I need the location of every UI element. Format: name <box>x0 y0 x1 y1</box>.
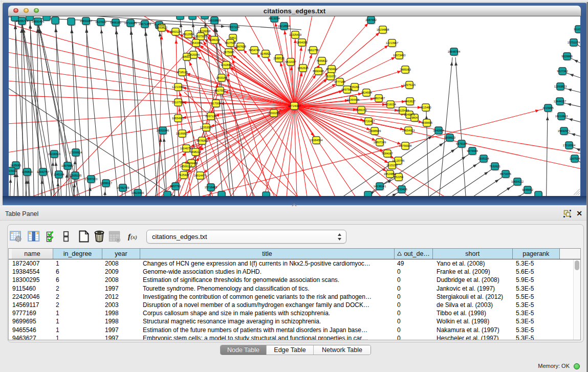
graph-node-label: 29053346 <box>157 129 169 132</box>
column-header-indegree[interactable]: in_degree <box>53 249 102 259</box>
column-header-year[interactable]: year <box>102 249 140 259</box>
graph-node-label: 7955812 <box>316 59 327 62</box>
graph-node-label: 8960124 <box>170 30 181 33</box>
graph-node-label: 16914479 <box>194 174 206 177</box>
graph-edge <box>563 103 580 107</box>
cell-short: Dudbridge et al. (2008) <box>437 276 512 283</box>
network-table-select-value: citations_edges.txt <box>152 233 207 240</box>
graph-node-label: 8471676 <box>500 172 511 176</box>
graph-node-label: 10107554 <box>172 101 184 104</box>
column-header-title[interactable]: title <box>140 249 395 259</box>
graph-node-label: 1527602 <box>95 20 106 24</box>
column-header-name[interactable]: name <box>12 249 53 259</box>
graph-node[interactable] <box>52 17 59 24</box>
graph-node-label: 18300295 <box>268 112 280 115</box>
network-view-window[interactable]: citations_edges.txt 14055724206914061065… <box>3 3 586 205</box>
column-header-pagerank[interactable]: pagerank <box>513 249 560 259</box>
graph-node[interactable] <box>263 192 270 196</box>
window-titlebar[interactable]: citations_edges.txt <box>8 6 581 16</box>
graph-node-label: 1435061 <box>10 164 21 167</box>
graph-node-label: 16782759 <box>117 186 129 189</box>
tab-node-table[interactable]: Node Table <box>221 345 266 355</box>
graph-node[interactable] <box>201 16 208 19</box>
cell-outde: 0 <box>397 268 432 275</box>
cell-indegree: 2 <box>56 285 101 292</box>
cell-year: 1998 <box>105 318 139 325</box>
graph-node-label: 7485063 <box>400 68 410 71</box>
network-canvas[interactable]: 1405572420691406106532671527602646616010… <box>9 16 580 196</box>
toggle-rows-icon[interactable] <box>60 230 72 243</box>
table-header[interactable]: namein_degreeyeartitleout_de…shortpagera… <box>9 249 580 259</box>
table-row[interactable]: 1938455462009Genome-wide association stu… <box>9 268 580 276</box>
graph-node-label: 8454749 <box>249 49 259 52</box>
graph-node-label: 1156819 <box>21 170 32 173</box>
graph-edge <box>294 106 580 169</box>
graph-node-label: 9474444 <box>467 149 477 152</box>
tab-network-table[interactable]: Network Table <box>313 345 371 355</box>
function-builder-icon[interactable]: f(x) <box>126 230 139 243</box>
graph-node[interactable] <box>68 18 75 25</box>
cell-indegree: 1 <box>56 335 101 340</box>
node-table[interactable]: namein_degreeyeartitleout_de…shortpagera… <box>8 248 581 340</box>
float-panel-icon[interactable] <box>563 210 571 217</box>
table-row[interactable]: 2242004622012Investigating the contribut… <box>9 293 580 301</box>
graph-node[interactable] <box>164 191 171 196</box>
cell-indegree: 1 <box>56 310 101 317</box>
tab-edge-table[interactable]: Edge Table <box>266 345 313 355</box>
graph-node[interactable] <box>177 16 184 19</box>
table-vertical-scrollbar[interactable] <box>573 259 581 340</box>
table-row[interactable]: 946362711997Embryonic stem cells: a mode… <box>9 334 580 340</box>
table-row[interactable]: 1830029562008Estimation of significance … <box>9 276 580 284</box>
graph-node-label: 9227342 <box>557 70 568 73</box>
graph-node-label: 16154808 <box>377 28 389 31</box>
cell-name: 9465546 <box>12 326 52 334</box>
graph-node-label: 5958923 <box>444 136 455 139</box>
select-all-rows-icon[interactable] <box>46 230 58 243</box>
cell-title: Investigating the contribution of common… <box>143 293 394 300</box>
cell-title: Embryonic stem cells: a model to study s… <box>143 335 394 340</box>
close-panel-icon[interactable]: ✕ <box>575 209 583 217</box>
graph-node-label: 17957223 <box>85 178 97 181</box>
graph-node-label: 10719185 <box>124 21 137 25</box>
graph-node[interactable] <box>218 191 225 196</box>
new-column-icon[interactable] <box>78 230 90 243</box>
cell-pagerank: 5.5E-5 <box>516 293 559 300</box>
graph-edge <box>461 177 503 196</box>
cell-outde: 0 <box>397 335 432 340</box>
cell-year: 2012 <box>105 293 139 300</box>
graph-node[interactable] <box>364 191 372 196</box>
column-header-outde[interactable]: out_de… <box>395 249 433 259</box>
graph-node-label: 12444157 <box>554 100 566 103</box>
graph-node-label: 14055724 <box>16 19 28 23</box>
graph-edge <box>86 25 92 196</box>
graph-node-label: 1167534 <box>569 157 580 160</box>
cell-year: 2009 <box>105 268 139 275</box>
network-table-select[interactable]: citations_edges.txt <box>146 230 346 244</box>
table-row[interactable]: 911546021997Tourette syndrome. Phenomeno… <box>9 285 580 293</box>
graph-node-label: 6793402 <box>326 68 337 71</box>
graph-node-label: 6679197 <box>456 142 467 145</box>
graph-node-label: 9699695 <box>421 121 432 124</box>
graph-node-label: 16033809 <box>208 19 221 22</box>
select-columns-icon[interactable] <box>28 230 40 243</box>
graph-node-label: 19166827 <box>176 132 188 135</box>
memory-status-indicator[interactable] <box>574 363 580 369</box>
cell-short: Franke et al. (2009) <box>437 268 512 275</box>
table-row[interactable]: 946554611997Estimation of the future num… <box>9 326 580 334</box>
table-row[interactable]: 969969511998Structural magnetic resonanc… <box>9 317 580 325</box>
column-header-short[interactable]: short <box>433 249 513 259</box>
cell-short: Tibbo et al. (1998) <box>437 310 512 317</box>
table-row[interactable]: 1456911722003Disruption of a novel membe… <box>9 301 580 309</box>
delete-column-icon[interactable] <box>93 230 105 243</box>
graph-edge <box>563 88 580 93</box>
cell-pagerank: 5.3E-5 <box>516 335 559 340</box>
graph-node[interactable] <box>535 191 542 196</box>
delete-table-disabled-icon <box>108 230 121 243</box>
table-settings-icon[interactable] <box>10 230 22 243</box>
network-graph[interactable]: 1405572420691406106532671527602646616010… <box>9 16 580 196</box>
scrollbar-thumb[interactable] <box>575 260 580 270</box>
table-row[interactable]: 1872400712008Changes of HCN gene express… <box>9 259 580 268</box>
graph-node-label: 16648784 <box>448 50 460 53</box>
graph-node[interactable] <box>189 16 196 19</box>
table-row[interactable]: 977716911998Corpus callosum shape and si… <box>9 309 580 317</box>
